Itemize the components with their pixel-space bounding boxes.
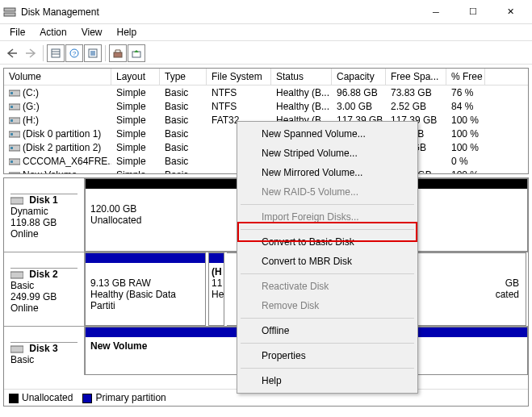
disk2-p1-state: Healthy (Basic Data Partiti: [90, 289, 176, 311]
col-capacity[interactable]: Capacity: [332, 69, 386, 85]
svg-rect-22: [10, 161, 13, 163]
menu-bar: File Action View Help: [0, 24, 532, 40]
toolbar-action2-icon[interactable]: [128, 44, 145, 62]
svg-rect-0: [4, 8, 15, 11]
ctx-properties[interactable]: Properties: [239, 346, 416, 365]
toolbar-refresh-icon[interactable]: [84, 44, 102, 62]
ctx-reactivate: Reactivate Disk: [239, 277, 416, 296]
volume-icon: [9, 143, 20, 152]
ctx-convert-basic[interactable]: Convert to Basic Disk: [239, 232, 416, 252]
svg-rect-26: [10, 272, 23, 278]
back-button[interactable]: [3, 44, 21, 62]
disk2-p2-name: (H: [212, 266, 222, 277]
svg-rect-18: [10, 133, 13, 136]
disk-icon: [10, 344, 23, 354]
legend-swatch-unallocated: [9, 394, 19, 403]
toolbar-action1-icon[interactable]: [109, 44, 127, 62]
context-menu: New Spanned Volume... New Striped Volume…: [237, 121, 418, 394]
disk1-p1-size: 120.00 GB: [90, 203, 136, 215]
disk2-state: Online: [10, 302, 39, 314]
menu-help[interactable]: Help: [111, 25, 144, 40]
svg-rect-25: [10, 198, 23, 204]
menu-action[interactable]: Action: [33, 25, 73, 40]
ctx-new-raid5: New RAID-5 Volume...: [239, 182, 416, 202]
ctx-new-spanned[interactable]: New Spanned Volume...: [239, 124, 416, 144]
disk2-partition-2[interactable]: (H 11 He: [208, 252, 224, 326]
menu-view[interactable]: View: [75, 25, 109, 40]
disk1-name: Disk 1: [29, 194, 57, 206]
close-button[interactable]: ✕: [492, 0, 529, 24]
disk1-state: Online: [10, 228, 39, 240]
legend-unallocated: Unallocated: [22, 392, 73, 403]
volume-row[interactable]: (G:)SimpleBasicNTFSHealthy (B...3.00 GB2…: [4, 99, 528, 113]
toolbar-help-icon[interactable]: ?: [65, 44, 83, 62]
svg-rect-2: [52, 49, 60, 57]
svg-rect-23: [9, 173, 20, 174]
svg-rect-16: [10, 119, 13, 122]
svg-rect-27: [10, 346, 23, 352]
col-filesystem[interactable]: File System: [207, 69, 271, 85]
ctx-import-foreign: Import Foreign Disks...: [239, 207, 416, 227]
disk-icon: [10, 196, 23, 206]
disk2-p2-state: He: [212, 289, 224, 300]
col-percent[interactable]: % Free: [446, 69, 485, 85]
disk2-partition-1[interactable]: 9.13 GB RAW Healthy (Basic Data Partiti: [85, 252, 206, 326]
disk3-type: Basic: [10, 354, 34, 365]
maximize-button[interactable]: ☐: [455, 0, 492, 24]
svg-rect-9: [114, 52, 122, 57]
svg-rect-10: [132, 52, 140, 57]
menu-file[interactable]: File: [3, 25, 31, 40]
minimize-button[interactable]: ─: [417, 0, 455, 24]
disk1-type: Dynamic: [10, 206, 48, 217]
volume-icon: [9, 115, 20, 125]
title-bar: Disk Management ─ ☐ ✕: [0, 0, 532, 24]
disk3-name: Disk 3: [29, 343, 57, 354]
disk2-type: Basic: [10, 280, 34, 291]
volume-list-header: Volume Layout Type File System Status Ca…: [4, 69, 528, 85]
toolbar-view-icon[interactable]: [47, 44, 65, 62]
col-layout[interactable]: Layout: [111, 69, 160, 85]
ctx-new-mirrored[interactable]: New Mirrored Volume...: [239, 163, 416, 182]
disk3-p1-name: New Volume: [90, 340, 147, 352]
disk2-p3-size: GB: [505, 277, 519, 289]
svg-rect-1: [4, 13, 15, 16]
volume-icon: [9, 156, 20, 166]
forward-button[interactable]: [22, 44, 40, 62]
volume-icon: [9, 129, 20, 139]
volume-row[interactable]: (C:)SimpleBasicNTFSHealthy (B...96.88 GB…: [4, 85, 528, 99]
disk2-p2-size: 11: [212, 277, 222, 289]
ctx-new-striped[interactable]: New Striped Volume...: [239, 144, 416, 163]
legend-swatch-primary: [82, 394, 92, 403]
legend-primary: Primary partition: [95, 392, 165, 403]
disk1-p1-state: Unallocated: [90, 215, 141, 226]
volume-icon: [9, 170, 20, 174]
ctx-help[interactable]: Help: [239, 371, 416, 390]
ctx-offline[interactable]: Offline: [239, 321, 416, 340]
disk2-p1-size: 9.13 GB RAW: [90, 277, 151, 289]
window-title: Disk Management: [21, 6, 417, 18]
svg-text:?: ?: [73, 50, 77, 57]
app-icon: [3, 6, 16, 19]
disk2-name: Disk 2: [29, 269, 57, 280]
svg-rect-12: [10, 92, 13, 94]
svg-rect-8: [90, 51, 95, 56]
disk2-p3-state: cated: [496, 289, 519, 300]
volume-icon: [9, 88, 20, 98]
toolbar: ?: [0, 42, 532, 65]
volume-icon: [9, 102, 20, 111]
col-type[interactable]: Type: [160, 69, 207, 85]
disk-icon: [10, 270, 23, 280]
col-free[interactable]: Free Spa...: [386, 69, 446, 85]
svg-rect-14: [10, 106, 13, 108]
ctx-remove: Remove Disk: [239, 296, 416, 315]
ctx-convert-mbr[interactable]: Convert to MBR Disk: [239, 252, 416, 271]
svg-rect-20: [10, 147, 13, 149]
disk1-size: 119.88 GB: [10, 217, 57, 228]
disk2-size: 249.99 GB: [10, 291, 57, 302]
col-status[interactable]: Status: [271, 69, 332, 85]
col-volume[interactable]: Volume: [4, 69, 111, 85]
